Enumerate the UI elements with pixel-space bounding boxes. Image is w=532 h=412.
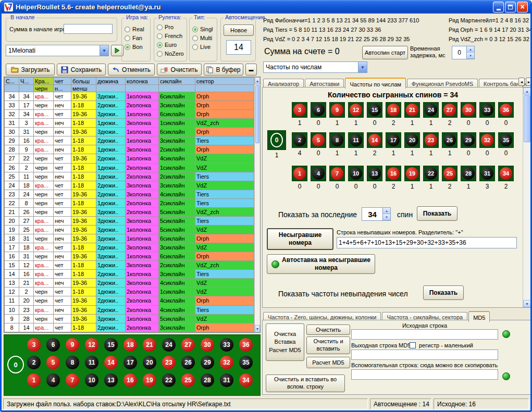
wheel-number-35[interactable]: 35	[239, 356, 253, 369]
scroll-up-icon[interactable]: ▲	[523, 88, 531, 95]
chevron-down-icon[interactable]: ▼	[358, 62, 367, 72]
freq-missing-show-button[interactable]: Показать	[423, 285, 464, 300]
freq-tile-32[interactable]: 32	[479, 132, 495, 148]
col-header[interactable]: сиклайн	[159, 78, 195, 85]
wheel-number-7[interactable]: 7	[66, 373, 79, 387]
radio-euro[interactable]: Euro	[157, 42, 185, 48]
freq-tile-5[interactable]: 5	[311, 132, 326, 148]
radio-french[interactable]: French	[157, 33, 185, 39]
wheel-number-19[interactable]: 19	[143, 373, 156, 387]
wheel-number-12[interactable]: 12	[85, 338, 98, 352]
wheel-number-34[interactable]: 34	[239, 373, 253, 387]
spin-row[interactable]: 2418кра...чет1-182дюжи..3колонка3сиклайн…	[5, 181, 254, 190]
spin-row[interactable]: 1718кра...чет1-182дюжи..3колонка3сиклайн…	[5, 243, 254, 252]
radio-pro[interactable]: Pro	[157, 24, 185, 30]
spin-row[interactable]: 1120чернчет19-362дюжи..2колонка4сиклайнO…	[5, 296, 254, 305]
freq-tile-23[interactable]: 23	[423, 132, 439, 148]
scroll-up-icon[interactable]: ▲	[255, 77, 260, 84]
freq-tile-25[interactable]: 25	[442, 166, 457, 181]
freq-tile-34[interactable]: 34	[498, 166, 514, 181]
table-scrollbar[interactable]: ▲ ▼	[254, 77, 260, 332]
freq-tile-14[interactable]: 14	[367, 132, 382, 148]
spin-up-icon[interactable]: ▲	[467, 46, 474, 53]
freq-tile-1[interactable]: 1	[292, 166, 307, 181]
freq-tile-21[interactable]: 21	[404, 102, 420, 118]
wheel-number-9[interactable]: 9	[66, 338, 79, 352]
wheel-number-3[interactable]: 3	[27, 338, 41, 352]
freq-tile-11[interactable]: 11	[348, 132, 364, 148]
wheel-number-8[interactable]: 8	[66, 356, 79, 369]
spin-row[interactable]: 2722чернчет19-362дюжи..1колонка4сиклайнV…	[5, 154, 254, 163]
spin-row[interactable]: 1631черннеч19-363дюжи..1колонка6сиклайнO…	[5, 252, 254, 261]
wheel-number-26[interactable]: 26	[181, 356, 195, 369]
freq-tile-30[interactable]: 30	[461, 102, 476, 118]
spin-row[interactable]: 1925кра...неч19-363дюжи..1колонка5сиклай…	[5, 225, 254, 234]
wheel-number-13[interactable]: 13	[104, 373, 118, 387]
wheel-number-15[interactable]: 15	[104, 338, 118, 352]
spin-row[interactable]: 1831черннеч19-363дюжи..1колонка6сиклайнO…	[5, 234, 254, 243]
spin-row[interactable]: 1321кра...неч19-362дюжи..3колонка4сиклай…	[5, 279, 254, 288]
spin-row[interactable]: 122чернчет1-181дюжи..2колонка1сиклайнVdZ	[5, 288, 254, 296]
freq-tile-7[interactable]: 7	[329, 166, 345, 181]
spin-row[interactable]: 313кра...неч1-181дюжи..3колонка1сиклайнV…	[5, 119, 254, 128]
spin-row[interactable]: 1416кра...чет1-182дюжи..1колонка3сиклайн…	[5, 270, 254, 279]
freq-tile-24[interactable]: 24	[423, 102, 439, 118]
wheel-number-33[interactable]: 33	[220, 338, 233, 352]
radio-bon[interactable]: Bon	[125, 44, 149, 50]
scroll-down-icon[interactable]: ▼	[523, 300, 531, 307]
minimize-button[interactable]	[493, 2, 504, 13]
freq-tile-33[interactable]: 33	[479, 102, 495, 118]
table-scroll-thumb[interactable]	[255, 85, 259, 143]
scroll-down-icon[interactable]: ▼	[255, 325, 260, 332]
freq-tile-31[interactable]: 31	[479, 166, 495, 181]
freq-tile-8[interactable]: 8	[329, 132, 345, 148]
chevron-down-icon[interactable]: ▼	[100, 45, 108, 56]
autospin-button[interactable]: Автоспин старт	[362, 46, 408, 59]
clear-button[interactable]: Очистить	[157, 64, 202, 76]
show-last-spinner[interactable]: 34 ▲▼	[362, 207, 391, 221]
radio-live[interactable]: Live	[192, 44, 216, 50]
freq-tile-20[interactable]: 20	[404, 132, 420, 148]
spin-row[interactable]: 1023кра...неч19-362дюжи..2колонка4сиклай…	[5, 305, 254, 314]
wheel-number-1[interactable]: 1	[27, 373, 41, 387]
wheel-number-16[interactable]: 16	[123, 373, 137, 387]
maximize-button[interactable]	[505, 2, 516, 13]
spin-row[interactable]: 928чернчет19-363дюжи..1колонка5сиклайнVd…	[5, 314, 254, 323]
freq-tile-29[interactable]: 29	[461, 132, 476, 148]
wheel-number-22[interactable]: 22	[162, 373, 176, 387]
wheel-number-11[interactable]: 11	[85, 356, 98, 369]
spin-row[interactable]: 289кра...неч1-181дюжи..3колонка2сиклайнO…	[5, 145, 254, 154]
load-button[interactable]: Загрузить	[6, 64, 55, 76]
wheel-number-18[interactable]: 18	[123, 338, 137, 352]
register-checkbox[interactable]	[410, 342, 416, 348]
col-header[interactable]: сектор	[195, 78, 254, 85]
main-tab[interactable]: Частоты по числам	[345, 78, 405, 89]
col-header[interactable]: дюжина	[96, 78, 126, 85]
titlebar[interactable]: HelperRoullet 5.6- create helperroullet@…	[2, 0, 530, 14]
radio-nozero[interactable]: NoZero	[157, 51, 185, 57]
freq-tile-22[interactable]: 22	[423, 166, 439, 181]
panel-scroll-thumb[interactable]	[524, 95, 530, 142]
md5-clear-button[interactable]: Очистить	[306, 324, 350, 335]
wheel-number-25[interactable]: 25	[181, 373, 195, 387]
freq-tile-16[interactable]: 16	[386, 166, 401, 181]
freq-tile-6[interactable]: 6	[311, 102, 326, 118]
wheel-number-30[interactable]: 30	[201, 338, 214, 352]
spin-up-icon[interactable]: ▲	[383, 208, 390, 214]
wheel-number-27[interactable]: 27	[181, 338, 195, 352]
wheel-number-32[interactable]: 32	[220, 356, 233, 369]
freq-tile-12[interactable]: 12	[348, 102, 364, 118]
spin-row[interactable]: 3234кра...чет19-363дюжи..1колонка6сиклай…	[5, 110, 254, 119]
undo-button[interactable]: Отменить	[108, 64, 155, 76]
spin-row[interactable]: 228чернчет1-181дюжи..2колонка2сиклайнTie…	[5, 198, 254, 207]
save-button[interactable]: Сохранить	[57, 64, 106, 76]
wheel-number-14[interactable]: 14	[104, 356, 118, 369]
freq-tile-26[interactable]: 26	[442, 132, 457, 148]
freq-tile-10[interactable]: 10	[348, 166, 364, 181]
wheel-number-31[interactable]: 31	[220, 373, 233, 387]
missed-numbers-button[interactable]: Несыгравшие номера	[267, 228, 333, 250]
col-header[interactable]: больш	[71, 78, 96, 85]
panel-scrollbar[interactable]: ▲ ▼	[523, 88, 531, 307]
wheel-number-36[interactable]: 36	[239, 338, 253, 352]
preset-combo[interactable]: 1Melonati ▼	[6, 45, 109, 56]
